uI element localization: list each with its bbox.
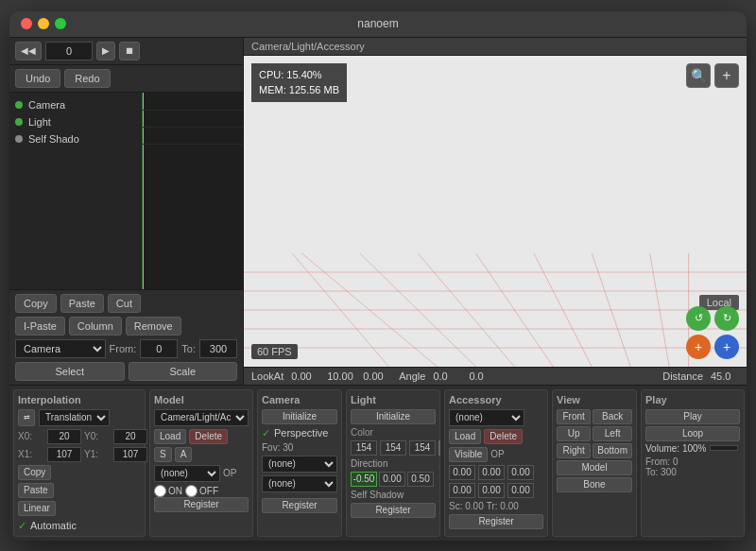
- acc-val2[interactable]: [478, 465, 505, 480]
- from-input[interactable]: 0: [140, 339, 178, 358]
- column-button[interactable]: Column: [69, 317, 122, 336]
- lookat-label: LookAt: [251, 370, 284, 382]
- interp-linear-button[interactable]: Linear: [18, 501, 56, 516]
- maximize-button[interactable]: [55, 18, 66, 29]
- bottom-button[interactable]: Bottom: [593, 443, 632, 458]
- dir-x-input[interactable]: -0.50: [351, 472, 377, 487]
- color-g-input[interactable]: 154: [380, 440, 406, 456]
- x0-input[interactable]: 20: [47, 429, 81, 444]
- back-button[interactable]: Back: [593, 409, 632, 424]
- volume-label: Volume: 100%: [645, 443, 707, 454]
- right-button[interactable]: Right: [557, 443, 591, 458]
- model-register-button[interactable]: Register: [154, 497, 249, 512]
- left-button[interactable]: Left: [593, 426, 632, 441]
- camera-none1-select[interactable]: (none): [262, 456, 337, 473]
- distance-val: 45.0: [711, 370, 739, 382]
- lookat-z: 0.00: [363, 370, 391, 382]
- copy-button[interactable]: Copy: [15, 294, 57, 313]
- play-button[interactable]: ▶: [96, 42, 115, 60]
- color-inputs-row: 154 154 154: [351, 440, 436, 456]
- y1-label: Y1:: [84, 449, 111, 459]
- off-radio[interactable]: OFF: [185, 485, 218, 497]
- cut-button[interactable]: Cut: [108, 294, 141, 313]
- redo-button[interactable]: Redo: [64, 69, 110, 88]
- color-swatch[interactable]: [438, 440, 440, 456]
- interp-type-select[interactable]: Translation: [39, 409, 110, 426]
- minimize-button[interactable]: [38, 18, 49, 29]
- color-r-input[interactable]: 154: [351, 440, 377, 456]
- model-none-select[interactable]: (none): [154, 465, 220, 482]
- ipaste-button[interactable]: I-Paste: [15, 317, 65, 336]
- rotate-right-button[interactable]: ↻: [714, 306, 739, 331]
- accessory-select[interactable]: (none): [449, 409, 524, 426]
- viewport-header: Camera/Light/Accessory: [244, 38, 747, 56]
- paste-button[interactable]: Paste: [60, 294, 104, 313]
- frame-range-row: Camera From: 0 To: 300: [15, 339, 237, 358]
- model-s-button[interactable]: S: [154, 447, 172, 462]
- camera-register-button[interactable]: Register: [262, 498, 337, 513]
- select-button[interactable]: Select: [15, 362, 125, 381]
- accessory-delete-button[interactable]: Delete: [484, 429, 523, 444]
- model-delete-button[interactable]: Delete: [189, 429, 228, 444]
- light-initialize-button[interactable]: Initialize: [351, 409, 436, 424]
- play-button-main[interactable]: Play: [645, 409, 740, 424]
- model-load-button[interactable]: Load: [154, 429, 186, 444]
- model-select[interactable]: Camera/Light/Ac: [154, 409, 249, 426]
- model-a-button[interactable]: A: [175, 447, 193, 462]
- timeline-area: Camera Light Self Shado: [9, 93, 243, 289]
- prev-frame-button[interactable]: ◀◀: [15, 42, 42, 60]
- accessory-load-button[interactable]: Load: [449, 429, 481, 444]
- selfshadow-track-dot: [15, 135, 23, 143]
- zoom-in-button[interactable]: +: [686, 335, 711, 359]
- accessory-register-button[interactable]: Register: [449, 514, 543, 529]
- x1-input[interactable]: 107: [47, 447, 81, 462]
- frame-input[interactable]: 0: [45, 42, 93, 60]
- stop-button[interactable]: ⏹: [119, 42, 140, 60]
- acc-val5[interactable]: [478, 483, 505, 498]
- light-register-button[interactable]: Register: [351, 503, 436, 518]
- app-title: nanoem: [357, 17, 398, 30]
- select-scale-row: Select Scale: [15, 362, 237, 381]
- viewport[interactable]: CPU: 15.40% MEM: 125.56 MB 🔍 + .grid-lin…: [244, 56, 747, 367]
- y1-input[interactable]: 107: [113, 447, 147, 462]
- rotate-left-button[interactable]: ↺: [686, 306, 711, 331]
- y0-input[interactable]: 20: [113, 429, 147, 444]
- camera-initialize-button[interactable]: Initialize: [262, 409, 337, 424]
- loop-button[interactable]: Loop: [645, 426, 740, 441]
- interp-paste-row: Paste: [18, 483, 141, 498]
- remove-button[interactable]: Remove: [126, 317, 181, 336]
- add-viewport-button[interactable]: +: [714, 63, 739, 88]
- up-button[interactable]: Up: [557, 426, 591, 441]
- undo-button[interactable]: Undo: [15, 69, 60, 88]
- viewport-title: Camera/Light/Accessory: [251, 41, 365, 52]
- interp-copy-button[interactable]: Copy: [18, 465, 51, 480]
- acc-val1[interactable]: [449, 465, 475, 480]
- traffic-lights: [21, 18, 66, 29]
- search-button[interactable]: 🔍: [686, 63, 711, 88]
- accessory-vals1: [449, 465, 543, 480]
- dir-z-input[interactable]: 0.50: [407, 472, 434, 487]
- camera-track-dot: [15, 101, 23, 109]
- dir-y-input[interactable]: 0.00: [379, 472, 405, 487]
- camera-select[interactable]: Camera: [15, 339, 106, 358]
- automatic-row: ✓ Automatic: [18, 520, 141, 532]
- mem-stat: MEM: 125.56 MB: [259, 82, 339, 98]
- accessory-visible-button[interactable]: Visible: [449, 447, 488, 462]
- acc-val6[interactable]: [507, 483, 534, 498]
- scale-button[interactable]: Scale: [129, 362, 238, 381]
- view-section: View Front Back Up Left Right Bottom Mod…: [552, 389, 637, 537]
- acc-val3[interactable]: [507, 465, 534, 480]
- camera-section: Camera Initialize ✓ Perspective Fov: 30 …: [257, 389, 342, 537]
- model-button[interactable]: Model: [557, 460, 632, 475]
- to-input[interactable]: 300: [199, 339, 237, 358]
- interp-paste-button[interactable]: Paste: [18, 483, 54, 498]
- on-radio[interactable]: ON: [154, 485, 182, 497]
- close-button[interactable]: [21, 18, 32, 29]
- acc-val4[interactable]: [449, 483, 475, 498]
- camera-none2-select[interactable]: (none): [262, 475, 337, 492]
- volume-bar[interactable]: [710, 445, 738, 451]
- front-button[interactable]: Front: [557, 409, 591, 424]
- color-b-input[interactable]: 154: [409, 440, 436, 456]
- zoom-out-button[interactable]: +: [714, 335, 739, 359]
- bone-button[interactable]: Bone: [557, 477, 632, 492]
